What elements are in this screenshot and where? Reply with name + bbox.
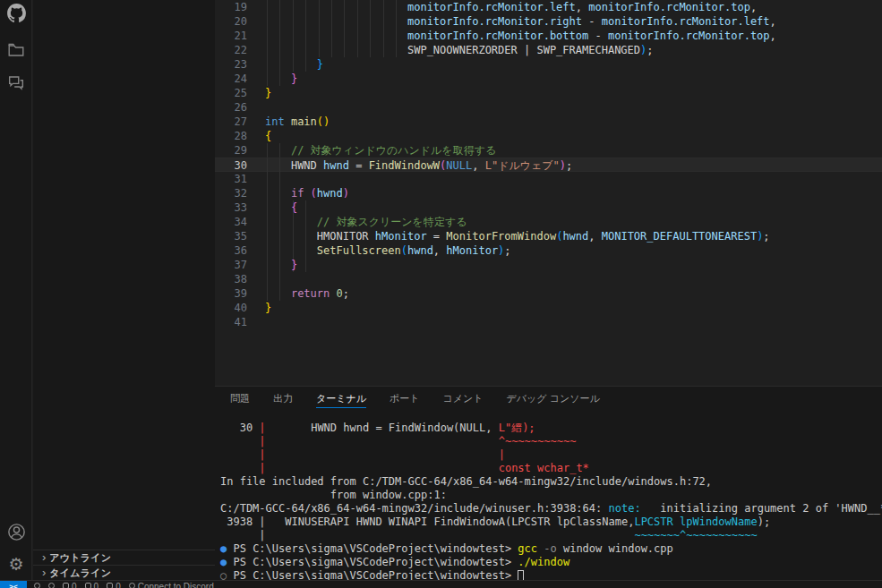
panel-tab-ターミナル[interactable]: ターミナル	[316, 387, 366, 411]
code-line[interactable]: 28{	[215, 129, 882, 143]
megaphone-icon	[34, 583, 40, 588]
line-number: 38	[215, 272, 247, 286]
bottom-panel: 問題出力ターミナルポートコメントデバッグ コンソール 30 | HWND hwn…	[215, 386, 882, 580]
line-number: 37	[215, 258, 247, 272]
terminal-line: | ^~~~~~~~~~~~	[220, 435, 882, 448]
code-text: monitorInfo.rcMonitor.bottom - monitorIn…	[265, 29, 776, 43]
line-number: 32	[215, 186, 247, 200]
line-number: 36	[215, 243, 247, 258]
terminal-line: | const wchar_t*	[220, 462, 882, 475]
code-text: {	[265, 129, 271, 143]
status-item-warnings[interactable]: 0	[85, 583, 99, 588]
sidebar-section-label: アウトライン	[49, 551, 111, 565]
line-number: 34	[215, 215, 247, 229]
code-line[interactable]: 36 SetFullscreen(hwnd, hMonitor);	[215, 243, 882, 258]
github-icon[interactable]	[0, 0, 32, 29]
code-text: if (hwnd)	[265, 186, 349, 200]
terminal-line: | ~~~~~~~^~~~~~~~~~~~	[220, 529, 882, 542]
panel-tab-コメント[interactable]: コメント	[443, 387, 484, 411]
code-line[interactable]: 22 SWP_NOOWNERZORDER | SWP_FRAMECHANGED)…	[215, 43, 882, 57]
code-line[interactable]: 41	[215, 315, 882, 329]
chevron-right-icon: ›	[42, 551, 46, 563]
code-line[interactable]: 30 HWND hwnd = FindWindowW(NULL, L"ドルウェブ…	[215, 158, 882, 172]
line-number: 29	[215, 143, 247, 158]
status-item-megaphone-icon[interactable]	[34, 583, 40, 588]
comments-icon[interactable]	[0, 66, 32, 98]
code-line[interactable]: 24 }	[215, 72, 882, 86]
line-number: 30	[215, 158, 247, 173]
code-line[interactable]: 34 // 対象スクリーンを特定する	[215, 215, 882, 229]
terminal-line: In file included from C:/TDM-GCC-64/x86_…	[220, 475, 882, 489]
code-line[interactable]: 31	[215, 172, 882, 186]
terminal-line: ● PS C:\Users\sigma\VSCodeProject\window…	[220, 542, 882, 556]
panel-tab-出力[interactable]: 出力	[273, 387, 293, 411]
account-icon[interactable]	[0, 516, 32, 548]
terminal-line: ○ PS C:\Users\sigma\VSCodeProject\window…	[220, 569, 882, 580]
code-text: HWND hwnd = FindWindowW(NULL, L"ドルウェブ");	[265, 158, 572, 173]
code-line[interactable]: 26	[215, 100, 882, 115]
code-line[interactable]: 32 if (hwnd)	[215, 186, 882, 200]
line-number: 33	[215, 200, 247, 215]
terminal-cursor	[518, 570, 524, 580]
line-number: 24	[215, 72, 247, 86]
status-item-person-icon[interactable]	[48, 583, 55, 588]
indent-guide	[305, 258, 306, 272]
code-text: SWP_NOOWNERZORDER | SWP_FRAMECHANGED);	[265, 43, 654, 57]
code-line[interactable]: 40}	[215, 301, 882, 315]
code-line[interactable]: 38	[215, 272, 882, 286]
panel-tab-ポート[interactable]: ポート	[390, 387, 420, 411]
code-text: }	[265, 258, 297, 272]
code-text: return 0;	[265, 286, 349, 301]
code-line[interactable]: 37 }	[215, 258, 882, 272]
status-items: 000Connect to Discord	[34, 581, 214, 588]
status-item-errors[interactable]: 0	[63, 583, 77, 588]
terminal-line: | |	[220, 448, 882, 462]
code-line[interactable]: 19 monitorInfo.rcMonitor.left, monitorIn…	[215, 0, 882, 14]
panel-tab-デバッグ コンソール[interactable]: デバッグ コンソール	[507, 387, 600, 411]
settings-gear-icon[interactable]: ⚙	[0, 548, 32, 580]
code-lines: 19 monitorInfo.rcMonitor.left, monitorIn…	[215, 0, 882, 329]
code-line[interactable]: 27int main()	[215, 115, 882, 129]
code-line[interactable]: 21 monitorInfo.rcMonitor.bottom - monito…	[215, 29, 882, 43]
globe-icon	[129, 583, 135, 588]
status-item-label: 0	[72, 583, 77, 588]
line-number: 22	[215, 43, 247, 57]
errors	[63, 583, 69, 588]
line-number: 28	[215, 129, 247, 143]
sidebar-section-タイムライン[interactable]: ›タイムライン	[33, 565, 215, 580]
terminal-line: 30 | HWND hwnd = FindWindow(NULL, L"縉);	[220, 422, 882, 435]
sidebar-section-アウトライン[interactable]: ›アウトライン	[33, 550, 215, 565]
code-text: // 対象ウィンドウのハンドルを取得する	[265, 143, 496, 158]
code-text: }	[265, 301, 271, 315]
terminal[interactable]: 30 | HWND hwnd = FindWindow(NULL, L"縉); …	[220, 422, 882, 580]
code-line[interactable]: 29 // 対象ウィンドウのハンドルを取得する	[215, 143, 882, 158]
line-number: 25	[215, 86, 247, 100]
sidebar-section-label: タイムライン	[49, 567, 111, 580]
status-item-globe-icon[interactable]: Connect to Discord	[129, 583, 214, 588]
activity-bar: ⚙	[0, 0, 32, 580]
terminal-line: C:/TDM-GCC-64/x86_64-w64-mingw32/include…	[220, 502, 882, 516]
indent-guide	[305, 200, 306, 215]
code-line[interactable]: 23 }	[215, 57, 882, 72]
terminal-line: 3938 | WINUSERAPI HWND WINAPI FindWindow…	[220, 516, 882, 529]
vscode-window: ⚙ ›アウトライン›タイムライン 19 monitorInfo.rcMonito…	[0, 0, 882, 588]
code-line[interactable]: 39 return 0;	[215, 286, 882, 301]
line-number: 31	[215, 172, 247, 186]
panel-tab-問題[interactable]: 問題	[230, 387, 250, 411]
folder-icon[interactable]	[0, 34, 32, 66]
code-editor[interactable]: 19 monitorInfo.rcMonitor.left, monitorIn…	[215, 0, 882, 386]
line-number: 27	[215, 115, 247, 129]
code-line[interactable]: 20 monitorInfo.rcMonitor.right - monitor…	[215, 14, 882, 29]
person-icon	[48, 583, 55, 588]
remote-indicator[interactable]: ><	[0, 581, 27, 588]
indent-guide	[267, 172, 268, 186]
status-item-bell[interactable]: 0	[107, 583, 121, 588]
code-text: SetFullscreen(hwnd, hMonitor);	[265, 243, 511, 258]
line-number: 23	[215, 57, 247, 72]
code-line[interactable]: 35 HMONITOR hMonitor = MonitorFromWindow…	[215, 229, 882, 243]
indent-guide	[279, 172, 280, 186]
code-line[interactable]: 25}	[215, 86, 882, 100]
line-number: 19	[215, 0, 247, 14]
code-line[interactable]: 33 {	[215, 200, 882, 215]
line-number: 40	[215, 301, 247, 315]
